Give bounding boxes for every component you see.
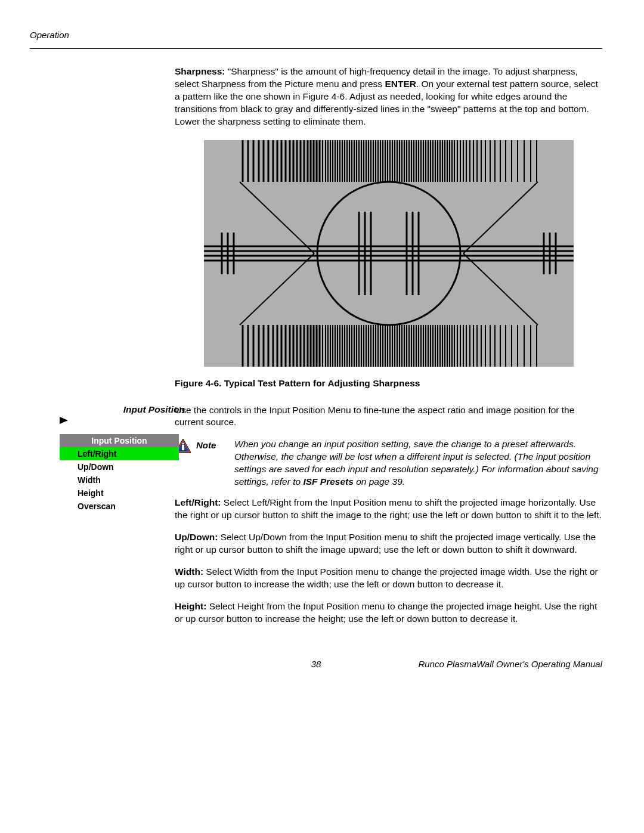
menu-item: Height	[60, 487, 179, 500]
sharpness-paragraph: Sharpness: "Sharpness" is the amount of …	[175, 66, 602, 128]
menu-title: Input Position	[60, 434, 179, 447]
note-block: Note When you change an input position s…	[175, 438, 602, 488]
height-text: Select Height from the Input Position me…	[175, 601, 597, 624]
arrow-right-icon	[60, 417, 68, 424]
test-pattern-figure	[175, 140, 602, 367]
left-right-text: Select Left/Right from the Input Positio…	[175, 497, 602, 520]
section-header: Operation	[30, 30, 602, 40]
page-number: 38	[221, 658, 411, 670]
up-down-text: Select Up/Down from the Input Position m…	[175, 532, 596, 555]
manual-title-footer: Runco PlasmaWall Owner's Operating Manua…	[411, 658, 602, 670]
svg-rect-1	[240, 140, 538, 182]
input-position-side-title: Input Position	[60, 404, 190, 415]
isf-presets-ref: ISF Presets	[303, 476, 353, 487]
svg-marker-211	[60, 417, 68, 424]
side-title-row: Input Position	[60, 404, 197, 426]
width-label: Width:	[175, 566, 203, 577]
height-label: Height:	[175, 601, 206, 611]
up-down-label: Up/Down:	[175, 532, 218, 542]
left-right-paragraph: Left/Right: Select Left/Right from the I…	[175, 497, 602, 522]
figure-caption: Figure 4-6. Typical Test Pattern for Adj…	[175, 377, 602, 390]
width-paragraph: Width: Select Width from the Input Posit…	[175, 566, 602, 591]
enter-key: ENTER	[385, 79, 416, 89]
menu-item-selected: Left/Right	[60, 447, 179, 460]
sharpness-label: Sharpness:	[175, 66, 225, 76]
height-paragraph: Height: Select Height from the Input Pos…	[175, 600, 602, 625]
menu-item: Up/Down	[60, 460, 179, 473]
note-text: When you change an input position settin…	[234, 438, 602, 488]
width-text: Select Width from the Input Position men…	[175, 566, 598, 589]
menu-item: Overscan	[60, 500, 179, 513]
sharpness-test-pattern-svg	[204, 140, 574, 367]
horizontal-rule	[30, 48, 602, 49]
up-down-paragraph: Up/Down: Select Up/Down from the Input P…	[175, 531, 602, 556]
menu-item: Width	[60, 473, 179, 487]
input-position-intro: Use the controls in the Input Position M…	[175, 404, 602, 429]
input-position-menu: Input Position Left/Right Up/Down Width …	[60, 434, 179, 513]
note-label: Note	[196, 439, 216, 451]
